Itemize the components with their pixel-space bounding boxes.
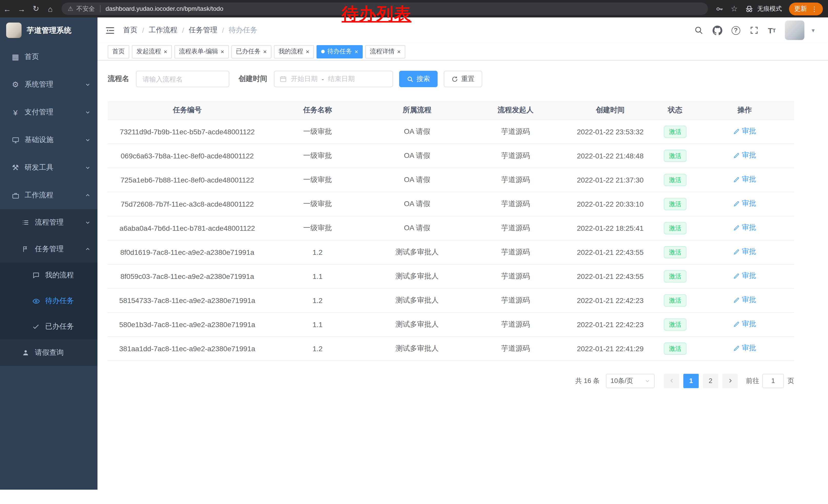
table-row: 58154733-7ac8-11ec-a9e2-a2380e71991a1.2测… — [108, 288, 794, 312]
sidebar-collapse-icon[interactable] — [105, 26, 115, 35]
process-name-input[interactable] — [136, 71, 229, 87]
incognito-label: 无痕模式 — [757, 4, 782, 13]
sidebar-item-payment[interactable]: ¥ 支付管理 — [0, 98, 97, 126]
chevron-down-icon — [85, 220, 90, 225]
breadcrumb-task-management[interactable]: 任务管理 — [189, 26, 217, 35]
approve-button[interactable]: 审批 — [733, 151, 756, 160]
status-badge: 激活 — [664, 246, 687, 258]
page-jump-input[interactable] — [762, 373, 784, 388]
home-button[interactable]: ⌂ — [43, 4, 57, 13]
approve-button[interactable]: 审批 — [733, 223, 756, 232]
close-icon[interactable]: × — [164, 48, 167, 55]
approve-button[interactable]: 审批 — [733, 199, 756, 209]
page-button-1[interactable]: 1 — [683, 373, 699, 388]
page-size-select[interactable]: 10条/页 — [606, 373, 655, 388]
kebab-menu-icon[interactable]: ⋮ — [811, 5, 818, 12]
approve-button[interactable]: 审批 — [733, 344, 756, 353]
sidebar-item-home[interactable]: ▦ 首页 — [0, 43, 97, 71]
search-icon — [407, 76, 413, 82]
close-icon[interactable]: × — [397, 48, 401, 55]
approve-button[interactable]: 审批 — [733, 127, 756, 136]
next-page-button[interactable] — [722, 373, 738, 388]
approve-button[interactable]: 审批 — [733, 320, 756, 329]
sidebar-item-workflow[interactable]: 工作流程 — [0, 182, 97, 209]
back-button[interactable]: ← — [0, 4, 14, 13]
done-icon — [31, 323, 41, 330]
date-range-picker[interactable]: 开始日期 - 结束日期 — [274, 71, 393, 87]
close-icon[interactable]: × — [263, 48, 267, 55]
page-button-2[interactable]: 2 — [703, 373, 718, 388]
bookmark-star-icon[interactable]: ☆ — [731, 4, 738, 13]
edit-icon — [733, 128, 740, 135]
tab-process-detail[interactable]: 流程详情 × — [365, 45, 405, 58]
approve-button[interactable]: 审批 — [733, 175, 756, 184]
status-badge: 激活 — [664, 342, 687, 355]
chevron-down-icon — [85, 165, 90, 170]
tab-process-form-edit[interactable]: 流程表单-编辑 × — [174, 45, 229, 58]
incognito-badge[interactable]: 无痕模式 — [745, 4, 782, 13]
close-icon[interactable]: × — [355, 48, 358, 55]
breadcrumb-home[interactable]: 首页 — [123, 26, 137, 35]
edit-icon — [733, 297, 740, 304]
app-logo-image — [6, 22, 22, 38]
approve-button[interactable]: 审批 — [733, 272, 756, 281]
sidebar-item-task-management[interactable]: 任务管理 — [0, 236, 97, 263]
browser-chrome: ← → ↻ ⌂ ⚠ 不安全 dashboard.yudao.iocoder.cn… — [0, 0, 828, 17]
github-icon[interactable] — [713, 26, 722, 35]
edit-icon — [733, 273, 740, 279]
search-icon[interactable] — [694, 26, 703, 35]
tab-my-processes[interactable]: 我的流程 × — [274, 45, 314, 58]
chevron-down-icon — [645, 378, 650, 383]
fullscreen-icon[interactable] — [749, 26, 759, 35]
sidebar-item-process-management[interactable]: 流程管理 — [0, 209, 97, 236]
chevron-down-icon — [85, 82, 90, 87]
sidebar-item-todo-tasks[interactable]: 待办任务 — [0, 288, 97, 314]
sidebar-item-done-tasks[interactable]: 已办任务 — [0, 314, 97, 339]
status-badge: 激活 — [664, 198, 687, 210]
sidebar: 芋道管理系统 ▦ 首页 ⚙ 系统管理 ¥ 支付管理 基础设施 ⚒ 研发工具 — [0, 17, 97, 490]
tab-todo-tasks[interactable]: 待办任务 × — [317, 45, 363, 58]
sidebar-item-system[interactable]: ⚙ 系统管理 — [0, 71, 97, 98]
active-tab-dot — [321, 50, 325, 53]
table-row: 8f059c03-7ac8-11ec-a9e2-a2380e71991a1.1测… — [108, 264, 794, 288]
edit-icon — [733, 225, 740, 231]
approve-button[interactable]: 审批 — [733, 247, 756, 257]
forward-button[interactable]: → — [14, 4, 29, 13]
sidebar-item-infrastructure[interactable]: 基础设施 — [0, 126, 97, 154]
table-row: 73211d9d-7b9b-11ec-b5b7-acde48001122一级审批… — [108, 120, 794, 144]
sidebar-item-leave-query[interactable]: 请假查询 — [0, 339, 97, 366]
filter-bar: 流程名 创建时间 开始日期 - 结束日期 搜索 重置 — [108, 71, 828, 87]
breadcrumb-current: 待办任务 — [229, 26, 257, 35]
status-badge: 激活 — [664, 222, 687, 234]
tab-start-process[interactable]: 发起流程 × — [132, 45, 172, 58]
approve-button[interactable]: 审批 — [733, 295, 756, 305]
avatar-caret-down-icon[interactable]: ▼ — [811, 28, 816, 33]
pagination: 共 16 条 10条/页 1 2 前往 页 — [108, 373, 794, 388]
search-button[interactable]: 搜索 — [399, 71, 438, 87]
user-avatar[interactable] — [785, 20, 804, 40]
header-actions: ? TT ▼ — [694, 20, 828, 40]
tab-home[interactable]: 首页 — [108, 45, 129, 58]
chrome-update-button[interactable]: 更新 ⋮ — [789, 2, 823, 15]
font-size-icon[interactable]: TT — [768, 26, 776, 35]
create-time-label: 创建时间 — [239, 74, 267, 84]
refresh-button[interactable]: ↻ — [29, 4, 43, 13]
prev-page-button[interactable] — [664, 373, 679, 388]
table-row: a6aba0a4-7b6d-11ec-b781-acde48001122一级审批… — [108, 216, 794, 240]
goto-label: 前往 — [746, 376, 759, 385]
page-unit-label: 页 — [787, 376, 794, 385]
tab-done-tasks[interactable]: 已办任务 × — [232, 45, 272, 58]
annotation-overlay: 待办列表 — [342, 3, 411, 26]
start-date-placeholder: 开始日期 — [291, 74, 318, 84]
password-key-icon[interactable] — [715, 4, 723, 13]
reset-button[interactable]: 重置 — [444, 71, 482, 87]
sidebar-item-devtools[interactable]: ⚒ 研发工具 — [0, 154, 97, 182]
table-row: 069c6a63-7b8a-11ec-8ef0-acde48001122一级审批… — [108, 144, 794, 168]
help-icon[interactable]: ? — [732, 26, 740, 35]
close-icon[interactable]: × — [306, 48, 309, 55]
close-icon[interactable]: × — [220, 48, 224, 55]
breadcrumb-workflow[interactable]: 工作流程 — [149, 26, 177, 35]
app-logo: 芋道管理系统 — [0, 17, 97, 43]
sidebar-item-my-processes[interactable]: 我的流程 — [0, 263, 97, 288]
chevron-left-icon — [669, 378, 674, 383]
